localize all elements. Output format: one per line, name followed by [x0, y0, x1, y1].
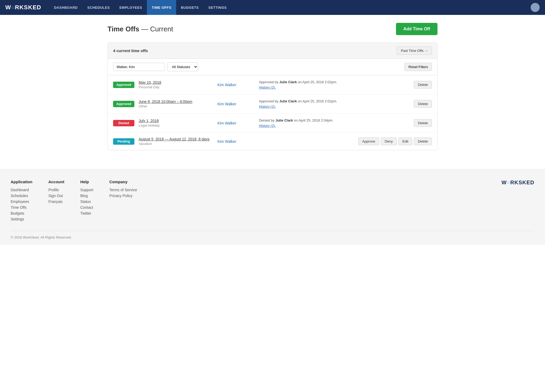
status-badge: Approved [113, 82, 134, 88]
employee-filter-input[interactable] [113, 63, 165, 71]
page-header: Time Offs — Current Add Time Off [108, 23, 437, 35]
timeoff-type: Vacation [139, 142, 213, 146]
page-title: Time Offs — Current [108, 25, 173, 33]
approve-button[interactable]: Approve [358, 137, 379, 145]
timeoff-date: May 10, 2018 [139, 80, 213, 85]
employee-cell: Kim Walker [217, 102, 255, 106]
delete-button[interactable]: Delete [414, 119, 432, 127]
status-filter-select[interactable]: All Statuses Approved Denied Pending [167, 62, 198, 71]
date-link[interactable]: May 10, 2018 [139, 80, 161, 85]
card-header: 4 current time offs Past Time Offs → [108, 43, 437, 59]
date-link[interactable]: June 8, 2018 10:00am – 6:00pm [139, 99, 192, 104]
approval-info: Approved by Julie Clark on April 25, 201… [259, 80, 410, 90]
footer-link-francais[interactable]: Français [48, 199, 64, 204]
footer-link-privacy[interactable]: Privacy Policy [109, 194, 137, 198]
date-block: June 8, 2018 10:00am – 6:00pm Other [139, 99, 213, 108]
reset-filters-button[interactable]: Reset Filters [404, 63, 432, 71]
nav-settings[interactable]: SETTINGS [204, 0, 232, 15]
footer: Application Dashboard Schedules Employee… [0, 169, 545, 245]
nav-time-offs[interactable]: TIME OFFS [147, 0, 176, 15]
table-row: Pending August 5, 2018 — August 12, 2018… [108, 133, 437, 150]
footer-top: Application Dashboard Schedules Employee… [11, 180, 534, 223]
history-link[interactable]: History (2). [259, 105, 276, 109]
footer-link-status[interactable]: Status [80, 199, 93, 204]
footer-application: Application Dashboard Schedules Employee… [11, 180, 32, 223]
footer-company: Company Terms of Service Privacy Policy [109, 180, 137, 223]
employee-cell: Kim Walker [217, 121, 255, 125]
footer-help: Help Support Blog Status Contact Twitter [80, 180, 93, 223]
footer-link-budgets[interactable]: Budgets [11, 211, 32, 215]
action-buttons: Approve Deny Edit Delete [358, 137, 432, 145]
footer-copyright: © 2018 WorkSked. All Rights Reserved. [11, 231, 534, 239]
employee-link[interactable]: Kim Walker [217, 121, 236, 125]
add-time-off-button[interactable]: Add Time Off [396, 23, 437, 35]
status-badge: Pending [113, 138, 134, 145]
footer-link-terms[interactable]: Terms of Service [109, 188, 137, 192]
history-link[interactable]: History (2). [259, 124, 276, 128]
deny-button[interactable]: Deny [381, 137, 397, 145]
employee-link[interactable]: Kim Walker [217, 139, 236, 144]
footer-link-sign-out[interactable]: Sign Out [48, 194, 64, 198]
edit-button[interactable]: Edit [398, 137, 412, 145]
filter-row: All Statuses Approved Denied Pending Res… [108, 59, 437, 75]
footer-link-schedules[interactable]: Schedules [11, 194, 32, 198]
count-label: 4 current time offs [113, 48, 148, 53]
action-buttons: Delete [414, 81, 432, 89]
footer-link-time-offs[interactable]: Time Offs [11, 205, 32, 210]
footer-link-settings[interactable]: Settings [11, 217, 32, 221]
logo[interactable]: W○RKSKED [5, 4, 41, 11]
table-row: Approved May 10, 2018 Personal Day Kim W… [108, 75, 437, 94]
footer-link-employees[interactable]: Employees [11, 199, 32, 204]
timeoff-type: Personal Day [139, 85, 213, 89]
nav-links: DASHBOARD SCHEDULES EMPLOYEES TIME OFFS … [49, 0, 531, 15]
nav-dashboard[interactable]: DASHBOARD [49, 0, 82, 15]
table-row: Denied July 1, 2018 Legal Holiday Kim Wa… [108, 114, 437, 133]
history-link[interactable]: History (2). [259, 85, 276, 89]
status-badge: Denied [113, 120, 134, 126]
user-avatar[interactable] [531, 3, 540, 12]
date-link[interactable]: August 5, 2018 — August 12, 2018, 8 days [139, 137, 209, 141]
date-link[interactable]: July 1, 2018 [139, 119, 159, 123]
nav-budgets[interactable]: BUDGETS [176, 0, 204, 15]
footer-col-heading: Company [109, 180, 137, 184]
footer-col-heading: Application [11, 180, 32, 184]
table-row: Approved June 8, 2018 10:00am – 6:00pm O… [108, 94, 437, 114]
employee-cell: Kim Walker [217, 83, 255, 87]
timeoff-date: July 1, 2018 [139, 119, 213, 123]
nav-schedules[interactable]: SCHEDULES [82, 0, 115, 15]
date-block: July 1, 2018 Legal Holiday [139, 119, 213, 127]
footer-link-contact[interactable]: Contact [80, 205, 93, 210]
footer-link-support[interactable]: Support [80, 188, 93, 192]
approval-info: Denied by Julie Clark on April 25, 2018 … [259, 118, 410, 128]
footer-link-dashboard[interactable]: Dashboard [11, 188, 32, 192]
footer-logo[interactable]: W○RKSKED [502, 180, 534, 186]
action-buttons: Delete [414, 119, 432, 127]
timeoff-type: Other [139, 104, 213, 108]
footer-link-twitter[interactable]: Twitter [80, 211, 93, 215]
delete-button[interactable]: Delete [414, 81, 432, 89]
footer-account: Account Profile Sign Out Français [48, 180, 64, 223]
approval-info: Approved by Julie Clark on April 25, 201… [259, 99, 410, 109]
main-content: Time Offs — Current Add Time Off 4 curre… [102, 15, 443, 158]
footer-col-heading: Account [48, 180, 64, 184]
date-block: May 10, 2018 Personal Day [139, 80, 213, 89]
timeoff-type: Legal Holiday [139, 123, 213, 127]
delete-button[interactable]: Delete [414, 100, 432, 108]
employee-link[interactable]: Kim Walker [217, 83, 236, 87]
employee-link[interactable]: Kim Walker [217, 102, 236, 106]
time-offs-card: 4 current time offs Past Time Offs → All… [108, 43, 437, 150]
timeoff-date: June 8, 2018 10:00am – 6:00pm [139, 99, 213, 104]
action-buttons: Delete [414, 100, 432, 108]
past-time-offs-button[interactable]: Past Time Offs → [397, 47, 432, 55]
status-badge: Approved [113, 101, 134, 107]
timeoff-date: August 5, 2018 — August 12, 2018, 8 days [139, 137, 213, 141]
footer-link-profile[interactable]: Profile [48, 188, 64, 192]
employee-cell: Kim Walker [217, 139, 255, 144]
nav-employees[interactable]: EMPLOYEES [115, 0, 147, 15]
footer-link-blog[interactable]: Blog [80, 194, 93, 198]
footer-col-heading: Help [80, 180, 93, 184]
delete-button[interactable]: Delete [414, 137, 432, 145]
date-block: August 5, 2018 — August 12, 2018, 8 days… [139, 137, 213, 146]
main-nav: W○RKSKED DASHBOARD SCHEDULES EMPLOYEES T… [0, 0, 545, 15]
